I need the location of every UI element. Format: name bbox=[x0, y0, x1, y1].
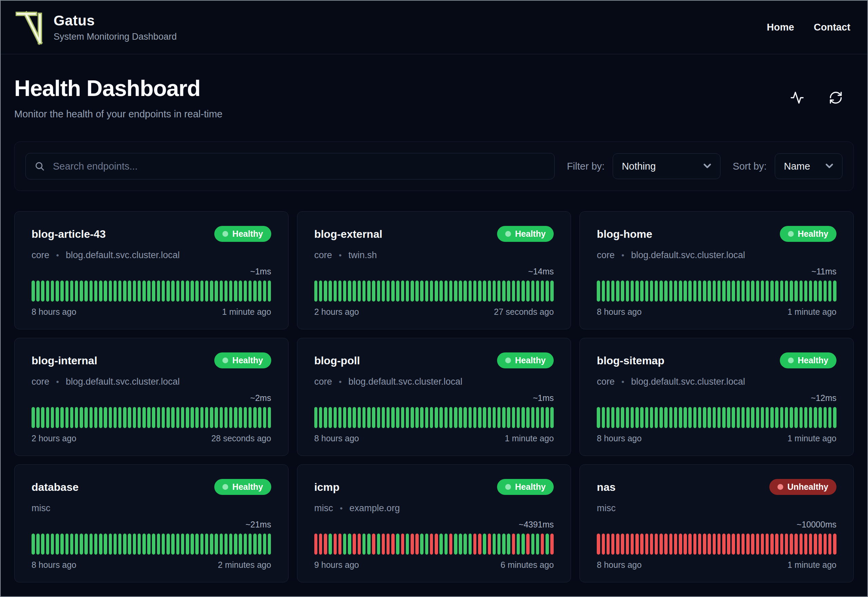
uptime-bars[interactable] bbox=[31, 533, 271, 555]
uptime-bar-up bbox=[329, 407, 332, 428]
uptime-bar-up bbox=[215, 407, 218, 428]
refresh-icon[interactable] bbox=[829, 91, 843, 105]
uptime-bar-up bbox=[688, 281, 692, 301]
sort-by-label: Sort by: bbox=[733, 161, 767, 172]
uptime-bar-up bbox=[181, 533, 184, 555]
sort-select[interactable]: Name bbox=[775, 153, 843, 179]
uptime-bar-up bbox=[703, 407, 706, 428]
uptime-bar-up bbox=[195, 407, 199, 428]
endpoint-timerange: 2 hours ago 28 seconds ago bbox=[31, 434, 271, 443]
uptime-bar-up bbox=[41, 533, 44, 555]
endpoint-card[interactable]: blog-external Healthy core • twin.sh ~14… bbox=[297, 211, 571, 330]
status-label: Healthy bbox=[515, 482, 545, 492]
endpoint-name: blog-poll bbox=[314, 352, 360, 366]
endpoint-latency: ~4391ms bbox=[314, 520, 554, 530]
uptime-bar-down bbox=[430, 533, 433, 555]
page-head-actions bbox=[790, 91, 854, 105]
uptime-bar-up bbox=[631, 281, 634, 301]
activity-icon[interactable] bbox=[790, 91, 804, 105]
meta-separator: • bbox=[340, 504, 342, 513]
uptime-bars[interactable] bbox=[314, 407, 554, 428]
uptime-bar-up bbox=[785, 281, 788, 301]
status-label: Healthy bbox=[798, 229, 828, 239]
uptime-bar-up bbox=[382, 281, 385, 301]
uptime-bar-down bbox=[415, 533, 419, 555]
uptime-bar-up bbox=[162, 533, 165, 555]
uptime-bar-up bbox=[459, 407, 462, 428]
uptime-bars[interactable] bbox=[31, 281, 271, 301]
uptime-bar-up bbox=[794, 281, 798, 301]
oldest-timestamp: 8 hours ago bbox=[314, 434, 359, 443]
uptime-bar-up bbox=[181, 281, 184, 301]
uptime-bar-up bbox=[789, 407, 793, 428]
uptime-bars[interactable] bbox=[597, 407, 837, 428]
endpoint-card[interactable]: database Healthy misc ~21ms 8 hours ago … bbox=[14, 464, 289, 582]
uptime-bar-up bbox=[550, 407, 554, 428]
uptime-bar-up bbox=[268, 533, 271, 555]
uptime-bar-up bbox=[766, 281, 769, 301]
uptime-bar-up bbox=[138, 407, 141, 428]
uptime-bar-up bbox=[493, 407, 496, 428]
uptime-bar-up bbox=[828, 281, 832, 301]
uptime-bar-up bbox=[391, 281, 395, 301]
uptime-bar-up bbox=[616, 407, 619, 428]
uptime-bar-up bbox=[142, 281, 146, 301]
uptime-bar-up bbox=[517, 407, 520, 428]
app-subtitle: System Monitoring Dashboard bbox=[53, 31, 177, 42]
uptime-bar-up bbox=[545, 281, 549, 301]
uptime-bars[interactable] bbox=[314, 533, 554, 555]
uptime-bar-up bbox=[128, 533, 131, 555]
uptime-bar-up bbox=[751, 407, 754, 428]
endpoint-latency: ~14ms bbox=[314, 267, 554, 276]
status-label: Healthy bbox=[232, 482, 263, 492]
uptime-bar-up bbox=[780, 407, 784, 428]
endpoint-card[interactable]: icmp Healthy misc • example.org ~4391ms … bbox=[297, 464, 571, 582]
endpoint-card[interactable]: blog-article-43 Healthy core • blog.defa… bbox=[14, 211, 289, 330]
uptime-bars[interactable] bbox=[597, 281, 837, 301]
status-label: Healthy bbox=[798, 355, 828, 365]
uptime-bar-up bbox=[512, 407, 515, 428]
uptime-bar-up bbox=[635, 407, 639, 428]
uptime-bar-down bbox=[526, 533, 530, 555]
endpoint-card[interactable]: blog-internal Healthy core • blog.defaul… bbox=[14, 338, 289, 456]
uptime-bar-up bbox=[737, 281, 740, 301]
uptime-bar-up bbox=[195, 533, 199, 555]
nav-contact-link[interactable]: Contact bbox=[814, 22, 850, 33]
endpoint-card[interactable]: blog-poll Healthy core • blog.default.sv… bbox=[297, 338, 571, 456]
filter-select[interactable]: Nothing bbox=[613, 153, 720, 179]
uptime-bars[interactable] bbox=[31, 407, 271, 428]
uptime-bar-up bbox=[449, 281, 453, 301]
uptime-bar-up bbox=[80, 281, 83, 301]
endpoint-meta: misc bbox=[597, 503, 837, 514]
uptime-bar-down bbox=[684, 533, 687, 555]
newest-timestamp: 1 minute ago bbox=[505, 434, 554, 443]
gatus-logo-icon bbox=[16, 9, 45, 46]
endpoint-host: twin.sh bbox=[348, 250, 377, 260]
uptime-bar-up bbox=[205, 533, 209, 555]
uptime-bar-up bbox=[268, 281, 271, 301]
uptime-bar-up bbox=[732, 281, 735, 301]
search-input[interactable] bbox=[52, 160, 545, 172]
uptime-bar-up bbox=[464, 281, 467, 301]
page-title: Health Dashboard bbox=[14, 75, 222, 101]
uptime-bar-up bbox=[147, 407, 151, 428]
oldest-timestamp: 9 hours ago bbox=[314, 560, 359, 570]
endpoint-group: misc bbox=[31, 503, 50, 514]
uptime-bar-up bbox=[220, 407, 223, 428]
endpoint-name: blog-external bbox=[314, 226, 382, 239]
nav-home-link[interactable]: Home bbox=[767, 22, 794, 33]
uptime-bar-up bbox=[650, 281, 653, 301]
uptime-bar-up bbox=[659, 281, 663, 301]
status-dot-icon bbox=[222, 358, 228, 363]
uptime-bar-down bbox=[478, 533, 481, 555]
endpoint-card[interactable]: blog-sitemap Healthy core • blog.default… bbox=[579, 338, 854, 456]
endpoint-card[interactable]: blog-home Healthy core • blog.default.sv… bbox=[579, 211, 854, 330]
endpoint-latency: ~10000ms bbox=[597, 520, 837, 530]
endpoint-timerange: 8 hours ago 2 minutes ago bbox=[31, 560, 271, 570]
endpoint-card[interactable]: nas Unhealthy misc ~10000ms 8 hours ago … bbox=[579, 464, 854, 582]
uptime-bars[interactable] bbox=[597, 533, 837, 555]
uptime-bars[interactable] bbox=[314, 281, 554, 301]
uptime-bar-up bbox=[220, 533, 223, 555]
endpoint-host: blog.default.svc.cluster.local bbox=[66, 250, 180, 260]
status-label: Healthy bbox=[232, 229, 263, 239]
